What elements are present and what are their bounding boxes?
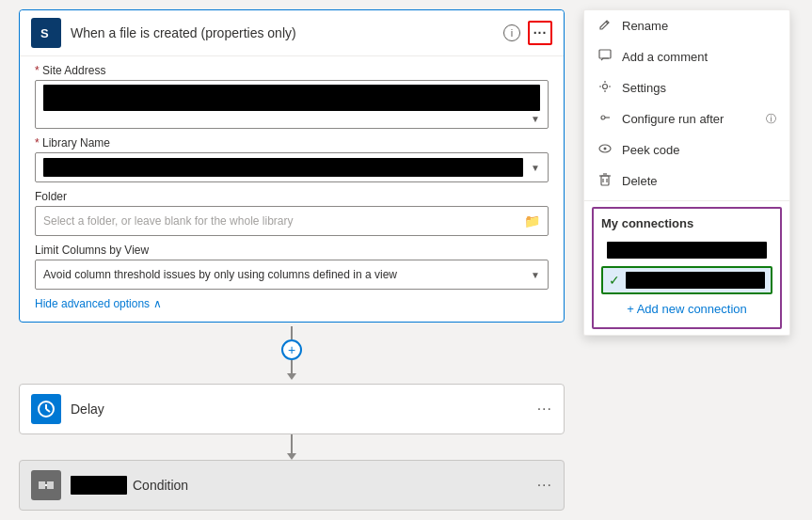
svg-point-11 bbox=[601, 116, 605, 119]
site-address-input[interactable]: ▼ bbox=[35, 80, 549, 129]
delay-card-header: Delay ··· bbox=[20, 385, 564, 433]
limit-columns-label: Limit Columns by View bbox=[35, 244, 549, 257]
more-options-button[interactable]: ··· bbox=[528, 21, 552, 45]
folder-placeholder: Select a folder, or leave blank for the … bbox=[43, 214, 524, 228]
peek-code-icon bbox=[597, 142, 613, 158]
trigger-title: When a file is created (properties only) bbox=[71, 25, 503, 40]
arrow-head-2 bbox=[287, 453, 296, 460]
menu-peek-code[interactable]: Peek code bbox=[584, 134, 789, 165]
delay-card: Delay ··· bbox=[19, 384, 565, 434]
folder-field: Folder Select a folder, or leave blank f… bbox=[35, 190, 549, 236]
svg-rect-6 bbox=[47, 481, 54, 489]
delete-label: Delete bbox=[622, 174, 658, 188]
library-name-input[interactable]: ▼ bbox=[35, 152, 549, 182]
library-name-field: Library Name ▼ bbox=[35, 136, 549, 182]
connection-item-2[interactable]: ✓ bbox=[601, 266, 772, 294]
condition-more-button[interactable]: ··· bbox=[537, 477, 552, 494]
info-icon[interactable]: i bbox=[503, 24, 520, 41]
svg-point-10 bbox=[603, 85, 608, 89]
connection-check-icon: ✓ bbox=[609, 273, 620, 288]
library-name-label: Library Name bbox=[35, 136, 549, 150]
hide-advanced-label: Hide advanced options bbox=[35, 297, 150, 310]
svg-rect-9 bbox=[599, 50, 611, 58]
delay-more-button[interactable]: ··· bbox=[537, 401, 552, 418]
trigger-card: S When a file is created (properties onl… bbox=[19, 9, 565, 323]
configure-info-icon: ⓘ bbox=[766, 112, 776, 126]
my-connections-panel: My connections ✓ + Add new connection bbox=[592, 207, 782, 329]
svg-line-4 bbox=[46, 409, 50, 412]
svg-text:S: S bbox=[40, 26, 49, 40]
connector-line-top bbox=[291, 326, 293, 339]
settings-icon bbox=[597, 80, 613, 96]
condition-card-header: Condition ··· bbox=[20, 461, 564, 510]
delay-icon bbox=[31, 394, 61, 424]
site-address-label: Site Address bbox=[35, 64, 549, 77]
library-chevron: ▼ bbox=[531, 163, 540, 173]
settings-label: Settings bbox=[622, 81, 666, 95]
add-step-button[interactable]: + bbox=[281, 339, 302, 360]
arrow-head-1 bbox=[287, 373, 296, 380]
trigger-card-body: Site Address ▼ Library Name ▼ bbox=[20, 55, 564, 322]
trigger-card-header: S When a file is created (properties onl… bbox=[20, 10, 564, 55]
chevron-up-icon: ∧ bbox=[153, 297, 162, 310]
menu-settings[interactable]: Settings bbox=[584, 72, 789, 103]
sharepoint-icon: S bbox=[31, 18, 61, 48]
svg-rect-5 bbox=[39, 481, 45, 489]
limit-col-chevron: ▼ bbox=[531, 270, 540, 280]
arrow-line-2 bbox=[291, 434, 293, 453]
arrow-connector-2 bbox=[19, 434, 565, 460]
peek-code-label: Peek code bbox=[622, 143, 679, 157]
hide-advanced-button[interactable]: Hide advanced options ∧ bbox=[35, 297, 549, 310]
menu-add-comment[interactable]: Add a comment bbox=[584, 41, 789, 72]
site-address-value bbox=[43, 85, 540, 111]
context-menu: Rename Add a comment Settings bbox=[583, 9, 790, 336]
connection-value-1 bbox=[607, 242, 767, 259]
add-comment-label: Add a comment bbox=[622, 50, 708, 64]
add-step-connector: + bbox=[19, 323, 565, 384]
add-new-connection-button[interactable]: + Add new connection bbox=[601, 298, 772, 320]
delete-icon bbox=[597, 173, 613, 189]
limit-columns-field: Limit Columns by View Avoid column thres… bbox=[35, 244, 549, 290]
limit-columns-input[interactable]: Avoid column threshold issues by only us… bbox=[35, 260, 549, 290]
folder-icon: 📁 bbox=[524, 213, 540, 228]
library-name-value bbox=[43, 158, 523, 177]
comment-icon bbox=[597, 49, 613, 65]
rename-label: Rename bbox=[622, 19, 668, 33]
folder-input[interactable]: Select a folder, or leave blank for the … bbox=[35, 206, 549, 236]
condition-card: Condition ··· bbox=[19, 460, 565, 511]
delay-label: Delay bbox=[71, 402, 537, 417]
site-address-field: Site Address ▼ bbox=[35, 64, 549, 129]
condition-label: Condition bbox=[133, 478, 537, 493]
condition-black-value bbox=[71, 476, 127, 495]
connection-item-1[interactable] bbox=[601, 238, 772, 262]
menu-divider bbox=[584, 200, 789, 201]
site-address-chevron: ▼ bbox=[531, 114, 540, 124]
connector-line-bottom bbox=[291, 360, 293, 373]
my-connections-title: My connections bbox=[601, 216, 772, 230]
rename-icon bbox=[597, 18, 613, 34]
connection-value-2 bbox=[626, 272, 765, 289]
condition-icon bbox=[31, 470, 61, 500]
svg-point-13 bbox=[604, 148, 607, 150]
menu-rename[interactable]: Rename bbox=[584, 10, 789, 41]
limit-columns-value: Avoid column threshold issues by only us… bbox=[43, 268, 523, 281]
menu-configure-run-after[interactable]: Configure run after ⓘ bbox=[584, 103, 789, 134]
menu-delete[interactable]: Delete bbox=[584, 165, 789, 197]
configure-run-label: Configure run after bbox=[622, 112, 724, 126]
svg-rect-14 bbox=[601, 176, 609, 185]
configure-icon bbox=[597, 111, 613, 127]
folder-label: Folder bbox=[35, 190, 549, 203]
